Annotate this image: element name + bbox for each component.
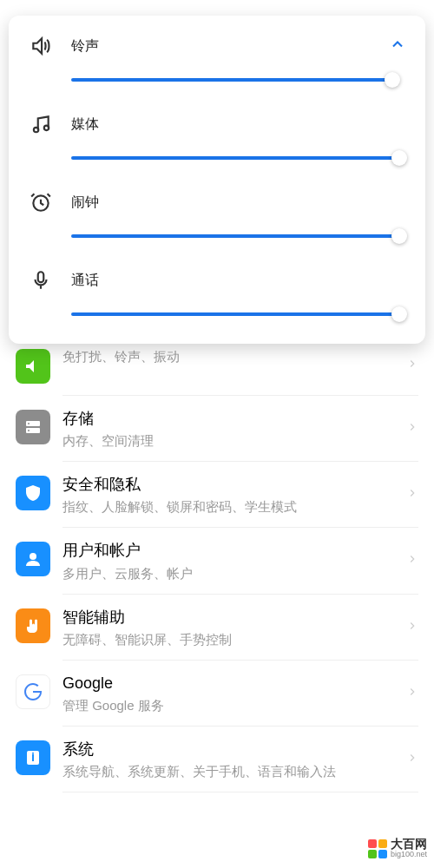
item-subtitle: 指纹、人脸解锁、锁屏和密码、学生模式 xyxy=(62,497,406,516)
chevron-right-icon xyxy=(406,620,418,635)
svg-point-2 xyxy=(28,423,30,424)
watermark: 大百网 big100.net xyxy=(368,838,427,859)
slider-thumb[interactable] xyxy=(391,228,407,244)
chevron-right-icon xyxy=(406,487,418,503)
item-subtitle: 多用户、云服务、帐户 xyxy=(62,564,406,582)
settings-item-assist[interactable]: 智能辅助 无障碍、智能识屏、手势控制 xyxy=(0,595,434,661)
svg-point-4 xyxy=(30,553,36,560)
item-subtitle: 内存、空间清理 xyxy=(62,431,406,450)
item-subtitle: 系统导航、系统更新、关于手机、语言和输入法 xyxy=(62,762,406,780)
settings-item-users[interactable]: 用户和帐户 多用户、云服务、帐户 xyxy=(0,528,434,594)
hand-icon xyxy=(16,608,50,643)
volume-label: 通话 xyxy=(71,272,99,290)
shield-icon xyxy=(16,476,50,510)
svg-point-3 xyxy=(28,430,30,431)
item-title: 智能辅助 xyxy=(62,607,406,628)
storage-icon xyxy=(16,410,50,444)
item-title: Google xyxy=(62,673,406,694)
settings-item-security[interactable]: 安全和隐私 指纹、人脸解锁、锁屏和密码、学生模式 xyxy=(0,462,434,528)
chevron-right-icon xyxy=(406,686,418,701)
chevron-right-icon xyxy=(406,358,418,373)
chevron-right-icon xyxy=(406,421,418,437)
sound-icon xyxy=(16,349,50,384)
item-subtitle: 无障碍、智能识屏、手势控制 xyxy=(62,630,406,648)
item-title: 存储 xyxy=(62,408,406,430)
volume-row-media: 媒体 xyxy=(28,111,406,167)
volume-row-call: 通话 xyxy=(28,267,406,323)
chevron-right-icon xyxy=(406,752,418,767)
music-icon xyxy=(28,111,54,137)
svg-rect-7 xyxy=(32,753,34,754)
media-slider[interactable] xyxy=(71,149,399,167)
alarm-icon xyxy=(28,189,54,215)
mic-icon xyxy=(28,267,54,293)
item-title: 用户和帐户 xyxy=(62,540,406,562)
chevron-up-icon[interactable] xyxy=(389,36,406,56)
svg-rect-6 xyxy=(32,754,34,761)
settings-item-storage[interactable]: 存储 内存、空间清理 xyxy=(0,396,434,462)
item-subtitle: 管理 Google 服务 xyxy=(62,696,406,714)
slider-thumb[interactable] xyxy=(391,306,407,322)
slider-thumb[interactable] xyxy=(391,150,407,166)
info-icon xyxy=(16,740,50,775)
volume-row-ringtone: 铃声 xyxy=(28,33,406,89)
item-subtitle: 免打扰、铃声、振动 xyxy=(62,347,406,365)
alarm-slider[interactable] xyxy=(71,227,399,245)
settings-item-google[interactable]: Google 管理 Google 服务 xyxy=(0,661,434,727)
settings-item-system[interactable]: 系统 系统导航、系统更新、关于手机、语言和输入法 xyxy=(0,727,434,792)
volume-panel: 铃声 媒体 闹钟 xyxy=(9,16,425,344)
item-title: 安全和隐私 xyxy=(62,474,406,496)
watermark-name: 大百网 xyxy=(391,838,427,850)
item-title: 系统 xyxy=(62,739,406,760)
ringtone-slider[interactable] xyxy=(71,71,399,89)
slider-thumb[interactable] xyxy=(385,72,400,88)
watermark-logo-icon xyxy=(368,839,387,858)
svg-rect-11 xyxy=(38,272,44,282)
svg-point-9 xyxy=(44,126,49,130)
settings-item-sound[interactable]: 免打扰、铃声、振动 xyxy=(0,347,434,396)
volume-label: 铃声 xyxy=(71,37,99,56)
speaker-icon xyxy=(28,33,54,59)
user-icon xyxy=(16,542,50,576)
volume-row-alarm: 闹钟 xyxy=(28,189,406,245)
volume-label: 媒体 xyxy=(71,115,99,134)
volume-label: 闹钟 xyxy=(71,194,99,212)
google-icon xyxy=(16,674,50,709)
svg-point-8 xyxy=(34,128,38,132)
watermark-url: big100.net xyxy=(391,850,427,859)
call-slider[interactable] xyxy=(71,306,399,323)
chevron-right-icon xyxy=(406,553,418,569)
